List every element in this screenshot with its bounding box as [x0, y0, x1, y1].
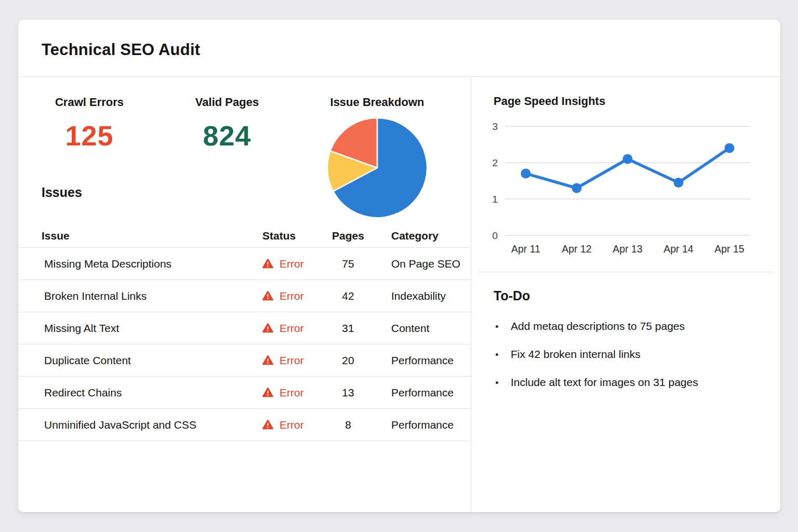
pages-cell: 13: [325, 387, 371, 399]
warning-triangle-icon: [262, 323, 273, 334]
y-axis-tick-label: 1: [492, 194, 498, 205]
data-point-apr-13: [623, 154, 633, 164]
status-badge: Error: [262, 322, 325, 335]
warning-triangle-icon: [262, 290, 273, 301]
x-axis-tick-label: Apr 14: [663, 243, 694, 255]
status-badge: Error: [262, 419, 325, 431]
status-label: Error: [280, 354, 304, 367]
page-title: Technical SEO Audit: [42, 41, 200, 59]
valid-pages-value: 824: [185, 119, 269, 152]
seo-audit-card: Technical SEO Audit Crawl Errors 125 Val…: [18, 20, 780, 512]
y-axis-tick-label: 3: [492, 121, 498, 132]
data-point-apr-12: [572, 183, 582, 193]
valid-pages-label: Valid Pages: [185, 96, 269, 109]
pages-cell: 8: [325, 419, 371, 431]
x-axis-tick-label: Apr 11: [511, 243, 540, 255]
column-header-issue: Issue: [42, 230, 262, 242]
table-row[interactable]: Unminified JavaScript and CSS Error8Perf…: [18, 409, 471, 441]
warning-triangle-icon: [262, 387, 273, 398]
column-header-category: Category: [371, 230, 471, 242]
todo-item: Include alt text for images on 31 pages: [494, 375, 698, 390]
data-point-apr-11: [521, 169, 531, 179]
table-row[interactable]: Missing Alt Text Error31Content: [18, 312, 471, 344]
data-point-apr-15: [725, 143, 735, 153]
header-divider: [18, 76, 780, 77]
page-speed-line-chart: 0123Apr 11Apr 12Apr 13Apr 14Apr 15: [471, 98, 780, 269]
status-badge: Error: [262, 354, 325, 367]
status-badge: Error: [262, 258, 325, 270]
issue-cell: Redirect Chains: [42, 387, 262, 399]
table-header-row: Issue Status Pages Category: [18, 224, 471, 248]
warning-triangle-icon: [262, 355, 273, 366]
table-row[interactable]: Redirect Chains Error13Performance: [18, 377, 471, 409]
status-badge: Error: [262, 387, 325, 399]
pages-cell: 42: [325, 290, 371, 302]
x-axis-tick-label: Apr 13: [613, 243, 642, 255]
pages-cell: 31: [325, 322, 371, 335]
warning-triangle-icon: [262, 258, 273, 269]
todo-item: Fix 42 broken internal links: [494, 347, 698, 362]
pages-cell: 75: [325, 258, 371, 270]
y-axis-tick-label: 2: [492, 157, 498, 168]
section-divider: [478, 272, 774, 272]
todo-item: Add metaq descriptions to 75 pages: [494, 318, 698, 334]
table-row[interactable]: Missing Meta Descriptions Error75On Page…: [18, 248, 471, 280]
y-axis-tick-label: 0: [492, 230, 498, 241]
column-header-status: Status: [262, 230, 325, 242]
category-cell: Performance: [371, 387, 471, 399]
category-cell: On Page SEO: [371, 258, 471, 270]
todo-list: Add metaq descriptions to 75 pagesFix 42…: [494, 318, 698, 403]
issue-cell: Missing Meta Descriptions: [42, 258, 262, 270]
table-row[interactable]: Duplicate Content Error20Performance: [18, 344, 471, 377]
issue-breakdown-title: Issue Breakdown: [322, 96, 432, 109]
issues-table: Issue Status Pages Category Missing Meta…: [18, 224, 471, 441]
crawl-errors-stat: Crawl Errors 125: [48, 96, 131, 152]
category-cell: Content: [371, 322, 471, 335]
issue-breakdown-pie-chart: [325, 116, 429, 220]
todo-heading: To-Do: [494, 288, 530, 303]
column-header-pages: Pages: [325, 230, 371, 242]
x-axis-tick-label: Apr 15: [714, 243, 744, 255]
issue-cell: Missing Alt Text: [42, 322, 262, 335]
status-label: Error: [280, 419, 304, 431]
x-axis-tick-label: Apr 12: [562, 243, 591, 255]
pages-cell: 20: [325, 354, 371, 367]
issue-cell: Unminified JavaScript and CSS: [42, 419, 262, 431]
data-point-apr-14: [674, 178, 684, 188]
category-cell: Performance: [371, 354, 471, 367]
issue-cell: Broken Internal Links: [42, 290, 262, 302]
status-label: Error: [280, 387, 304, 399]
warning-triangle-icon: [262, 419, 273, 430]
issues-heading: Issues: [42, 185, 82, 200]
status-label: Error: [280, 258, 304, 270]
table-row[interactable]: Broken Internal Links Error42Indexabilit…: [18, 280, 471, 312]
category-cell: Indexability: [371, 290, 471, 302]
category-cell: Performance: [371, 419, 471, 431]
issue-cell: Duplicate Content: [42, 354, 262, 367]
status-label: Error: [280, 290, 304, 302]
table-body: Missing Meta Descriptions Error75On Page…: [18, 248, 471, 441]
status-label: Error: [280, 322, 304, 335]
crawl-errors-label: Crawl Errors: [48, 96, 131, 109]
valid-pages-stat: Valid Pages 824: [185, 96, 269, 152]
crawl-errors-value: 125: [48, 119, 131, 152]
status-badge: Error: [262, 290, 325, 302]
